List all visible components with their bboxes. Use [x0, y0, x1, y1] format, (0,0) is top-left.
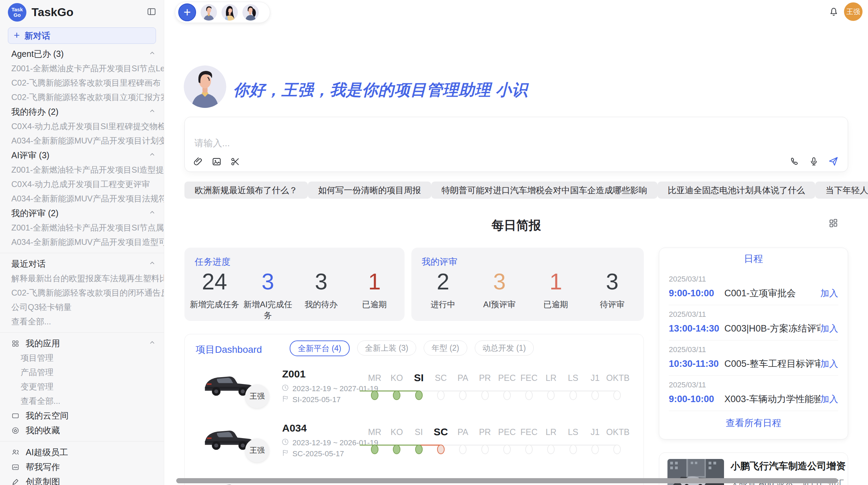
sidebar-group-header[interactable]: 最近对话 [0, 257, 164, 271]
sidebar-item-favorites[interactable]: 我的收藏 [0, 423, 164, 438]
logo-line1: Task [11, 7, 23, 13]
milestone-label: LS [562, 426, 584, 438]
join-event-link[interactable]: 加入 [820, 287, 838, 299]
stat-value: 1 [348, 269, 401, 294]
schedule-event: 2025/03/119:00-10:00X003-车辆动力学性能验...加入 [669, 376, 838, 411]
sidebar-task-item[interactable]: C02-飞腾新能源轻客改款项目立项汇报方案 [0, 90, 164, 104]
sidebar-item-help-write[interactable]: 帮我写作 [0, 460, 164, 474]
sidebar-task-item[interactable]: Z001-全新燃油轻卡产品开发项目SI造型提交物评审 [0, 163, 164, 177]
chevron-up-icon[interactable] [148, 259, 156, 269]
milestone-label: SI [408, 426, 430, 438]
image-upload-icon[interactable] [212, 157, 222, 167]
sidebar-group-title: AI评审 (3) [11, 150, 49, 161]
stat-label: 已逾期 [528, 299, 584, 310]
sidebar-task-item[interactable]: C02-飞腾新能源轻客改款项目里程碑画布 [0, 76, 164, 90]
brief-layout-grid-icon[interactable] [828, 218, 839, 229]
sidebar-group-header[interactable]: 我的待办 (2) [0, 104, 164, 119]
milestone-dot [415, 390, 423, 400]
horizontal-scrollbar[interactable] [176, 478, 838, 483]
suggestion-chip[interactable]: 当下年轻人对汽车外观有怎样的喜好趋势 [815, 182, 868, 199]
avatar-woman-yellow[interactable] [221, 4, 238, 21]
sidebar-item-my-apps[interactable]: 我的应用 [0, 336, 164, 351]
suggestion-chip[interactable]: 如何写一份清晰的项目周报 [308, 182, 431, 199]
sidebar-item-creative-draw[interactable]: 创意制图 [0, 474, 164, 485]
notification-bell-icon[interactable] [828, 6, 839, 18]
view-all-schedule-link[interactable]: 查看所有日程 [659, 411, 848, 435]
milestone: J1 [584, 372, 606, 384]
scissors-icon[interactable] [230, 157, 240, 167]
sidebar-group-header[interactable]: Agent已办 (3) [0, 47, 164, 61]
task-progress-card: 任务进度 24新增完成任务3新增AI完成任务3我的待办1已逾期 [184, 248, 405, 321]
sidebar-task-item[interactable]: A034-全新新能源MUV产品开发项目法规符合性评审 [0, 191, 164, 206]
avatar-woman-dark[interactable] [242, 4, 259, 21]
chevron-up-icon[interactable] [148, 49, 156, 59]
sidebar-item-cloud-space[interactable]: 我的云空间 [0, 408, 164, 423]
chevron-up-icon[interactable] [148, 107, 156, 117]
sidebar-task-item[interactable]: A034-全新新能源MUV产品开发项目造型可行性评审 [0, 235, 164, 249]
dashboard-filter-chip[interactable]: 全新平台 (4) [290, 340, 350, 356]
avatar-man[interactable] [201, 4, 217, 21]
new-chat-button[interactable]: + 新对话 [8, 27, 156, 44]
suggestion-chips: 欧洲新规最近颁布了什么？如何写一份清晰的项目周报特朗普可能对进口汽车增税会对中国… [184, 182, 848, 199]
stat-value: 3 [584, 269, 641, 294]
daily-brief-title: 每日简报 [184, 217, 848, 234]
collapse-sidebar-icon[interactable] [147, 7, 156, 18]
suggestion-chip[interactable]: 欧洲新规最近颁布了什么？ [184, 182, 308, 199]
chevron-up-icon[interactable] [148, 150, 156, 160]
add-conversation-button[interactable]: + [178, 3, 196, 21]
project-owner-badge[interactable]: 王强 [245, 384, 269, 408]
milestone-overdue-line [419, 445, 441, 446]
user-avatar[interactable]: 王强 [844, 2, 863, 21]
creative-draw-label: 创意制图 [26, 476, 156, 485]
join-event-link[interactable]: 加入 [820, 393, 838, 405]
recent-conversation-item[interactable]: C02-飞腾新能源轻客改款项目的闭环通告反馈情况 [0, 286, 164, 300]
recent-conversation-item[interactable]: 公司Q3轻卡销量 [0, 300, 164, 314]
message-composer[interactable]: 请输入... [184, 117, 848, 172]
milestone-dot [393, 445, 400, 454]
dashboard-filters: 全新平台 (4)全新上装 (3)年型 (2)动总开发 (1) [290, 340, 534, 356]
milestone-dot [547, 390, 555, 400]
milestone-label: FEC [518, 372, 540, 384]
stat-value: 24 [188, 269, 241, 294]
join-event-link[interactable]: 加入 [820, 323, 838, 335]
milestone-label: SI [408, 372, 430, 384]
attachment-icon[interactable] [193, 157, 203, 167]
dashboard-filter-chip[interactable]: 动总开发 (1) [475, 340, 534, 356]
sidebar-item-ai-super-staff[interactable]: AI超级员工 [0, 445, 164, 460]
cloud-space-icon [11, 412, 20, 420]
suggestion-chip[interactable]: 比亚迪全固态电池计划具体说了什么 [658, 182, 815, 199]
milestone: PA [452, 426, 474, 438]
phone-call-icon[interactable] [789, 156, 800, 166]
sidebar-task-item[interactable]: Z001-全新燃油皮卡产品开发项目SI节点Lesson Learn报告 [0, 61, 164, 76]
project-owner-badge[interactable]: 王强 [245, 438, 269, 462]
suggestion-chip[interactable]: 特朗普可能对进口汽车增税会对中国车企造成哪些影响 [431, 182, 658, 199]
recent-conversation-item[interactable]: 解释最新出台的欧盟报废车法规再生塑料比例被调至15%... [0, 271, 164, 286]
chevron-up-icon[interactable] [148, 208, 156, 218]
join-event-link[interactable]: 加入 [820, 358, 838, 370]
milestone-dot [547, 445, 555, 454]
view-all-apps-link[interactable]: 查看全部... [0, 394, 164, 408]
dashboard-filter-chip[interactable]: 年型 (2) [424, 340, 467, 356]
milestone-label: SC [430, 426, 452, 438]
chevron-up-icon[interactable] [148, 338, 156, 348]
stat-item: 3待评审 [584, 269, 641, 310]
dashboard-filter-chip[interactable]: 全新上装 (3) [357, 340, 417, 356]
divider [0, 253, 164, 253]
send-icon[interactable] [828, 156, 839, 167]
milestone-dot [569, 390, 577, 400]
sidebar-task-item[interactable]: A034-全新新能源MUV产品开发项目计划变更表编写 [0, 134, 164, 148]
microphone-icon[interactable] [809, 156, 819, 166]
milestone-dot [503, 390, 511, 400]
sidebar-task-item[interactable]: C0X4-动力总成开发项目工程变更评审 [0, 177, 164, 191]
stat-label: 待评审 [584, 299, 641, 310]
sidebar-task-item[interactable]: C0X4-动力总成开发项目SI里程碑提交物检查 [0, 119, 164, 134]
stat-value: 3 [241, 269, 295, 294]
milestone-track: MRKOSISCPAPRPECFECLRLSJ1OKTB [364, 422, 628, 463]
sidebar-task-item[interactable]: Z001-全新燃油轻卡产品开发项目SI节点属性5D文件评审 [0, 221, 164, 235]
app-item[interactable]: 产品管理 [0, 365, 164, 380]
view-all-conversations-link[interactable]: 查看全部... [0, 314, 164, 329]
app-item[interactable]: 项目管理 [0, 351, 164, 365]
sidebar-group-header[interactable]: 我的评审 (2) [0, 206, 164, 221]
app-item[interactable]: 变更管理 [0, 380, 164, 394]
sidebar-group-header[interactable]: AI评审 (3) [0, 148, 164, 163]
